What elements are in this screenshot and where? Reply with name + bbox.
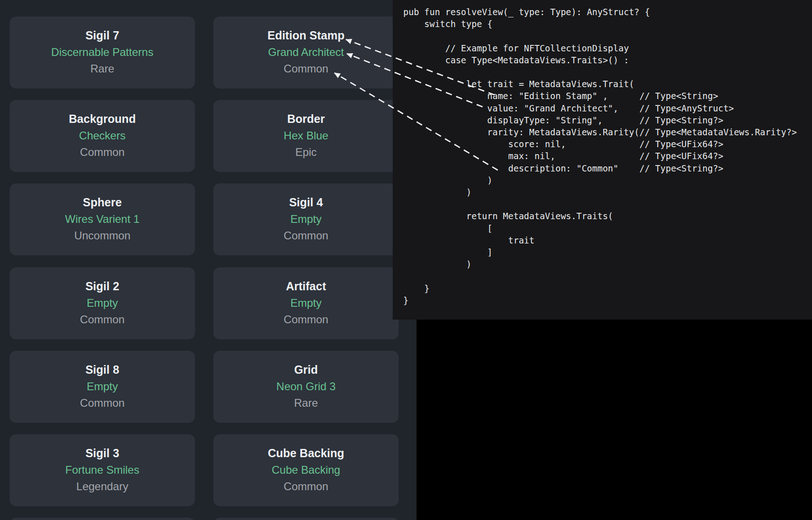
trait-card-artifact: Artifact Empty Common [213,267,399,339]
code-panel: pub fun resolveView(_ type: Type): AnySt… [393,0,812,320]
trait-name: Border [213,112,399,126]
trait-value: Discernable Patterns [10,45,195,59]
trait-value: Neon Grid 3 [213,380,399,393]
trait-value: Grand Architect [213,45,399,59]
trait-name: Sphere [10,196,195,209]
trait-name: Sigil 2 [10,280,195,293]
trait-name: Background [10,112,195,126]
trait-name: Grid [213,363,399,376]
trait-rarity: Common [10,313,195,326]
cadence-code-snippet: pub fun resolveView(_ type: Type): AnySt… [393,0,812,306]
trait-value: Fortune Smiles [10,463,195,476]
trait-card-sigil-4: Sigil 4 Empty Common [213,183,399,255]
trait-card-sigil-3: Sigil 3 Fortune Smiles Legendary [10,434,195,506]
trait-name: Artifact [213,280,399,293]
trait-card-background: Background Checkers Common [10,100,195,172]
trait-value: Wires Varient 1 [10,212,195,226]
trait-rarity: Epic [213,145,399,159]
trait-card-sigil-2: Sigil 2 Empty Common [10,267,195,339]
trait-name: Sigil 4 [213,196,399,209]
trait-value: Hex Blue [213,129,399,142]
trait-rarity: Common [10,145,195,159]
trait-rarity: Rare [213,396,399,409]
trait-card-sphere: Sphere Wires Varient 1 Uncommon [10,183,195,255]
trait-rarity: Common [213,313,399,326]
trait-name: Sigil 7 [10,29,195,42]
trait-rarity: Common [213,480,399,493]
trait-value: Cube Backing [213,463,399,476]
page: Sigil 7 Discernable Patterns Rare Editio… [0,0,812,520]
trait-rarity: Common [213,62,399,75]
trait-card-edition-stamp: Edition Stamp Grand Architect Common [213,17,399,89]
trait-rarity: Uncommon [10,229,195,242]
traits-panel: Sigil 7 Discernable Patterns Rare Editio… [0,0,417,520]
trait-rarity: Common [10,396,195,409]
trait-name: Sigil 8 [10,363,195,376]
trait-name: Sigil 3 [10,447,195,460]
trait-card-sigil-7: Sigil 7 Discernable Patterns Rare [10,17,195,89]
trait-rarity: Legendary [10,480,195,493]
trait-value: Empty [213,212,399,226]
trait-value: Empty [10,380,195,393]
trait-value: Empty [213,296,399,310]
trait-card-border: Border Hex Blue Epic [213,100,399,172]
trait-card-sigil-8: Sigil 8 Empty Common [10,351,195,423]
trait-card-grid: Grid Neon Grid 3 Rare [213,351,399,423]
trait-name: Edition Stamp [213,29,399,42]
trait-card-cube-backing: Cube Backing Cube Backing Common [213,434,399,506]
trait-card-clipped [10,518,195,520]
trait-rarity: Rare [10,62,195,75]
trait-value: Empty [10,296,195,310]
trait-card-clipped [213,518,399,520]
trait-rarity: Common [213,229,399,242]
trait-name: Cube Backing [213,447,399,460]
trait-value: Checkers [10,129,195,142]
